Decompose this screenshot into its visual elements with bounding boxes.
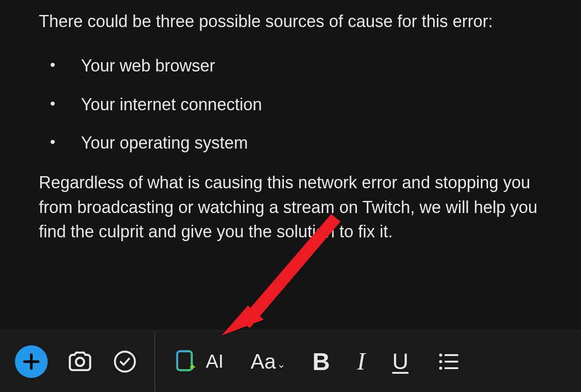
list-item: Your operating system	[39, 124, 544, 162]
add-button[interactable]	[15, 345, 48, 378]
editor-content[interactable]: There could be three possible sources of…	[0, 0, 581, 244]
editor-toolbar: AI Aa ⌄ B I U	[0, 330, 581, 392]
italic-button[interactable]: I	[357, 345, 365, 378]
bold-label: B	[312, 348, 330, 376]
svg-point-12	[439, 360, 442, 363]
intro-paragraph: There could be three possible sources of…	[39, 9, 544, 34]
list-icon	[436, 350, 461, 373]
underline-label: U	[392, 349, 409, 374]
text-format-button[interactable]: Aa ⌄	[251, 345, 285, 378]
svg-rect-6	[177, 351, 192, 370]
outro-paragraph: Regardless of what is causing this netwo…	[39, 171, 544, 244]
italic-label: I	[357, 348, 365, 375]
list-item: Your web browser	[39, 47, 544, 85]
bold-button[interactable]: B	[312, 345, 330, 378]
ai-button[interactable]: AI	[175, 345, 224, 378]
bullet-list-button[interactable]	[436, 345, 461, 378]
camera-button[interactable]	[66, 345, 94, 378]
ai-label: AI	[206, 351, 224, 372]
text-format-label: Aa	[251, 350, 276, 373]
svg-point-10	[439, 353, 442, 356]
svg-point-4	[76, 357, 84, 365]
bullet-list: Your web browser Your internet connectio…	[39, 47, 544, 162]
svg-point-14	[439, 366, 442, 369]
svg-point-5	[115, 351, 135, 371]
ai-sparkle-doc-icon	[175, 349, 198, 374]
check-circle-button[interactable]	[112, 345, 138, 378]
chevron-down-icon: ⌄	[277, 358, 285, 371]
list-item: Your internet connection	[39, 86, 544, 124]
underline-button[interactable]: U	[392, 345, 409, 378]
